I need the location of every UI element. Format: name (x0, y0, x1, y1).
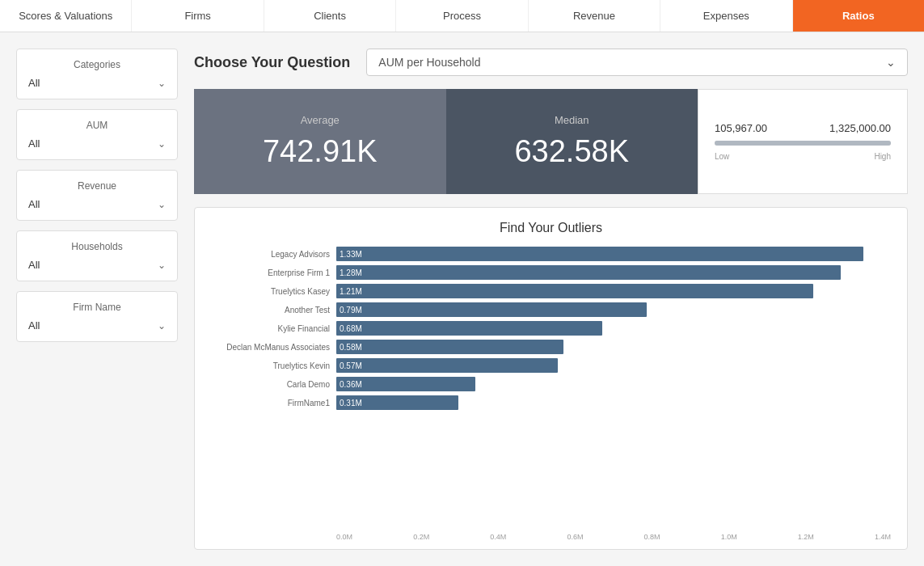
nav-item-ratios[interactable]: Ratios (793, 0, 924, 32)
bar-fill: 0.36M (336, 377, 475, 391)
x-axis-tick: 0.8M (644, 533, 660, 541)
right-panel: Choose Your Question AUM per Household ⌄… (194, 49, 908, 550)
bar-track: 1.33M (336, 247, 891, 261)
table-row: Legacy Advisors1.33M (211, 247, 891, 261)
bar-track: 0.58M (336, 340, 891, 354)
bar-label: Truelytics Kasey (211, 287, 336, 296)
nav-item-process[interactable]: Process (396, 0, 528, 32)
question-label: Choose Your Question (194, 54, 350, 71)
table-row: Enterprise Firm 11.28M (211, 265, 891, 280)
bar-fill: 0.79M (336, 302, 647, 317)
bar-label: FirmName1 (211, 399, 336, 408)
bar-track: 0.31M (336, 395, 891, 410)
x-axis-tick: 0.6M (567, 533, 583, 541)
x-axis: 0.0M0.2M0.4M0.6M0.8M1.0M1.2M1.4M (336, 533, 891, 541)
bar-value: 0.58M (336, 343, 362, 352)
table-row: Truelytics Kevin0.57M (211, 358, 891, 373)
bar-value: 1.33M (336, 250, 362, 259)
filter-label-firm-name: Firm Name (28, 302, 166, 313)
bar-value: 0.57M (336, 361, 362, 370)
chevron-down-icon: ⌄ (158, 138, 166, 150)
filter-value-revenue: All (28, 198, 40, 210)
bar-value: 0.68M (336, 324, 362, 333)
filter-select-firm-name[interactable]: All⌄ (28, 319, 166, 332)
chevron-down-icon: ⌄ (158, 199, 166, 210)
filter-select-categories[interactable]: All⌄ (28, 77, 166, 89)
filter-box-firm-name: Firm NameAll⌄ (16, 291, 178, 342)
bar-label: Truelytics Kevin (211, 361, 336, 370)
average-value: 742.91K (263, 134, 378, 169)
x-axis-tick: 0.2M (413, 533, 429, 541)
range-labels: Low High (715, 152, 891, 161)
bar-label: Declan McManus Associates (211, 343, 336, 352)
table-row: FirmName10.31M (211, 395, 891, 410)
question-selected: AUM per Household (378, 56, 480, 69)
filter-select-households[interactable]: All⌄ (28, 259, 166, 271)
x-axis-tick: 0.4M (490, 533, 506, 541)
bar-value: 0.36M (336, 380, 362, 389)
nav-item-firms[interactable]: Firms (132, 0, 264, 32)
filter-value-firm-name: All (28, 319, 40, 332)
bar-label: Another Test (211, 306, 336, 315)
filter-label-revenue: Revenue (28, 180, 166, 192)
median-label: Median (555, 114, 589, 126)
bar-value: 1.28M (336, 268, 362, 277)
filter-box-aum: AUMAll⌄ (16, 109, 178, 160)
filter-select-revenue[interactable]: All⌄ (28, 198, 166, 210)
question-row: Choose Your Question AUM per Household ⌄ (194, 49, 908, 76)
bar-track: 1.28M (336, 265, 891, 280)
filter-label-households: Households (28, 241, 166, 252)
sidebar-filters: CategoriesAll⌄AUMAll⌄RevenueAll⌄Househol… (16, 49, 178, 550)
x-axis-tick: 1.4M (875, 533, 891, 541)
range-low-label: Low (715, 152, 729, 161)
nav-item-clients[interactable]: Clients (264, 0, 396, 32)
bar-value: 0.79M (336, 306, 362, 315)
filter-label-categories: Categories (28, 59, 166, 70)
x-axis-tick: 1.2M (798, 533, 814, 541)
bar-fill: 1.33M (336, 247, 863, 261)
nav-item-revenue[interactable]: Revenue (529, 0, 660, 32)
bar-value: 0.31M (336, 399, 362, 408)
nav-item-expenses[interactable]: Expenses (660, 0, 792, 32)
range-box: 105,967.00 1,325,000.00 Low High (698, 89, 908, 194)
table-row: Kylie Financial0.68M (211, 321, 891, 336)
bar-fill: 0.58M (336, 340, 563, 354)
range-high-label: High (874, 152, 891, 161)
filter-box-households: HouseholdsAll⌄ (16, 230, 178, 281)
range-values: 105,967.00 1,325,000.00 (715, 122, 891, 134)
filter-value-categories: All (28, 77, 40, 89)
table-row: Carla Demo0.36M (211, 377, 891, 391)
filter-value-households: All (28, 259, 40, 271)
question-dropdown[interactable]: AUM per Household ⌄ (366, 49, 908, 76)
bar-track: 0.68M (336, 321, 891, 336)
filter-value-aum: All (28, 137, 40, 150)
chart-body: Legacy Advisors1.33MEnterprise Firm 11.2… (211, 247, 891, 528)
filter-label-aum: AUM (28, 120, 166, 131)
bar-fill: 0.57M (336, 358, 558, 373)
bar-track: 0.36M (336, 377, 891, 391)
filter-box-categories: CategoriesAll⌄ (16, 49, 178, 99)
bar-label: Legacy Advisors (211, 250, 336, 259)
bar-track: 1.21M (336, 284, 891, 298)
nav-item-scores-valuations[interactable]: Scores & Valuations (0, 0, 132, 32)
average-box: Average 742.91K (194, 89, 446, 194)
bar-value: 1.21M (336, 287, 362, 296)
bar-fill: 0.31M (336, 395, 458, 410)
range-low-value: 105,967.00 (715, 122, 767, 134)
table-row: Another Test0.79M (211, 302, 891, 317)
chevron-down-icon: ⌄ (158, 78, 166, 89)
bar-label: Kylie Financial (211, 324, 336, 333)
bar-track: 0.57M (336, 358, 891, 373)
bar-fill: 1.28M (336, 265, 841, 280)
bar-label: Carla Demo (211, 380, 336, 389)
bar-track: 0.79M (336, 302, 891, 317)
bar-fill: 0.68M (336, 321, 602, 336)
filter-box-revenue: RevenueAll⌄ (16, 170, 178, 221)
chevron-down-icon: ⌄ (886, 56, 896, 69)
table-row: Declan McManus Associates0.58M (211, 340, 891, 354)
stats-row: Average 742.91K Median 632.58K 105,967.0… (194, 89, 908, 194)
range-bar-fill (715, 141, 891, 146)
chart-title: Find Your Outliers (211, 221, 891, 235)
median-value: 632.58K (514, 134, 629, 169)
filter-select-aum[interactable]: All⌄ (28, 137, 166, 150)
